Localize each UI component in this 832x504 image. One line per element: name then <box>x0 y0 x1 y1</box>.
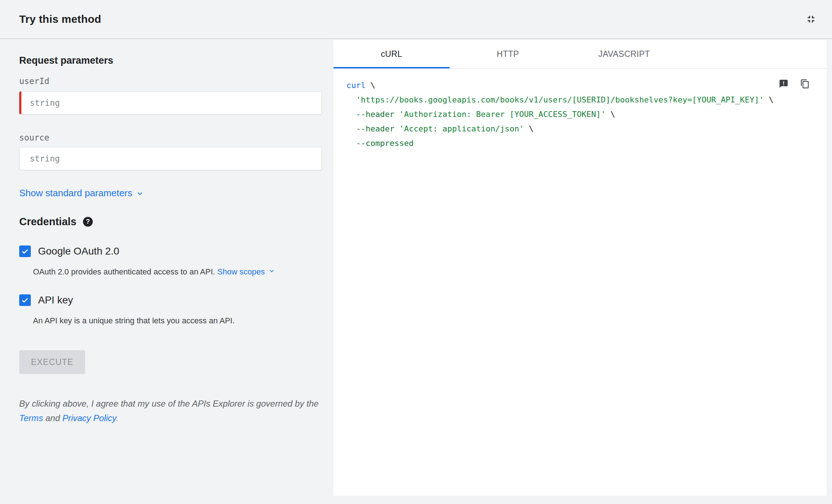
code-line: curl \ <box>346 78 812 93</box>
feedback-icon[interactable] <box>777 77 790 90</box>
code-area: curl \ 'https://books.googleapis.com/boo… <box>333 69 827 151</box>
oauth-row: Google OAuth 2.0 <box>19 245 322 257</box>
oauth-label[interactable]: Google OAuth 2.0 <box>38 245 119 257</box>
oauth-checkbox[interactable] <box>19 245 31 257</box>
terms-link[interactable]: Terms <box>19 413 43 423</box>
code-line: --header 'Accept: application/json' \ <box>346 122 812 136</box>
chevron-down-icon[interactable] <box>135 189 145 198</box>
tab-javascript[interactable]: JAVASCRIPT <box>566 40 682 68</box>
chevron-down-icon[interactable] <box>268 267 276 278</box>
oauth-description: OAuth 2.0 provides authenticated access … <box>33 266 322 278</box>
code-line: 'https://books.googleapis.com/books/v1/u… <box>346 93 812 107</box>
disclaimer: By clicking above, I agree that my use o… <box>19 396 324 425</box>
api-key-description: An API key is a unique string that lets … <box>33 315 322 326</box>
privacy-policy-link[interactable]: Privacy Policy <box>62 413 116 423</box>
api-key-checkbox[interactable] <box>19 294 31 306</box>
execute-button[interactable]: EXECUTE <box>19 350 85 374</box>
request-panel: Request parameters userId source Show st… <box>0 40 333 504</box>
userid-field[interactable] <box>19 91 322 114</box>
code-tabs: cURL HTTP JAVASCRIPT <box>333 40 827 69</box>
dialog-header: Try this method <box>0 0 832 39</box>
copy-icon[interactable] <box>799 77 811 90</box>
show-scopes-link[interactable]: Show scopes <box>217 267 265 276</box>
tab-http[interactable]: HTTP <box>450 40 566 68</box>
source-label: source <box>19 133 322 143</box>
dialog-title: Try this method <box>19 13 101 25</box>
fullscreen-exit-icon <box>805 13 817 25</box>
tab-curl[interactable]: cURL <box>333 40 450 68</box>
code-block: curl \ 'https://books.googleapis.com/boo… <box>346 78 812 151</box>
checkmark-icon <box>21 247 29 256</box>
collapse-icon[interactable] <box>804 12 818 26</box>
api-key-label[interactable]: API key <box>38 294 73 306</box>
code-sample-panel: cURL HTTP JAVASCRIPT curl \ 'https://boo… <box>333 40 827 496</box>
request-parameters-heading: Request parameters <box>19 54 322 67</box>
active-tab-indicator <box>333 67 450 68</box>
credentials-heading: Credentials <box>19 215 76 228</box>
api-key-row: API key <box>19 294 322 306</box>
checkmark-icon <box>21 296 29 304</box>
source-field[interactable] <box>19 147 322 170</box>
code-line: --compressed <box>346 136 812 151</box>
help-icon[interactable]: ? <box>83 217 93 227</box>
code-line: --header 'Authorization: Bearer [YOUR_AC… <box>346 107 812 122</box>
userid-label: userId <box>19 76 322 86</box>
show-standard-parameters-link[interactable]: Show standard parameters <box>19 188 132 199</box>
